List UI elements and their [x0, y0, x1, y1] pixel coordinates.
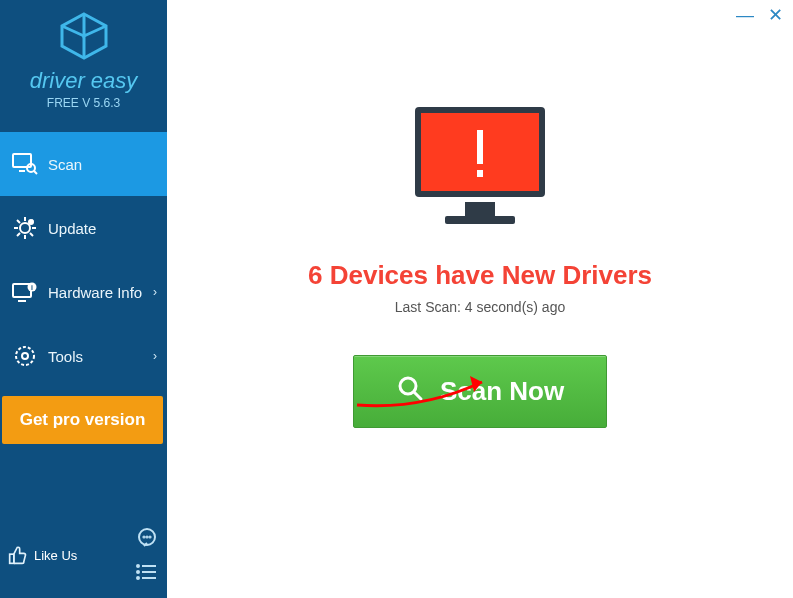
scan-now-label: Scan Now	[440, 376, 564, 407]
sidebar-bottom: Like Us	[0, 516, 167, 598]
svg-point-15	[28, 219, 34, 225]
minimize-button[interactable]: —	[736, 8, 754, 22]
svg-point-26	[149, 536, 150, 537]
hardware-info-icon: i	[12, 279, 38, 305]
svg-text:i: i	[31, 284, 33, 291]
feedback-icon[interactable]	[135, 526, 159, 550]
headline-text: 6 Devices have New Drivers	[308, 260, 652, 291]
window-controls: — ✕	[736, 8, 783, 22]
scan-now-button[interactable]: Scan Now	[353, 355, 607, 428]
sidebar-item-label: Scan	[48, 156, 82, 173]
thumbs-up-icon	[8, 545, 28, 565]
main-content: — ✕ 6 Devices have New Drivers Last Scan…	[167, 0, 793, 598]
svg-rect-38	[477, 170, 483, 177]
close-button[interactable]: ✕	[768, 8, 783, 22]
svg-line-11	[17, 220, 20, 223]
get-pro-button[interactable]: Get pro version	[2, 396, 163, 444]
svg-point-21	[22, 353, 28, 359]
menu-list-icon[interactable]	[135, 560, 159, 584]
like-us-label: Like Us	[34, 548, 77, 563]
sidebar-item-label: Hardware Info	[48, 284, 142, 301]
svg-line-12	[30, 233, 33, 236]
logo-area: driver easy FREE V 5.6.3	[0, 0, 167, 116]
svg-rect-22	[10, 554, 14, 563]
sidebar-item-scan[interactable]: Scan	[0, 132, 167, 196]
logo-icon	[56, 12, 112, 60]
svg-line-5	[34, 171, 37, 174]
chevron-right-icon: ›	[153, 285, 157, 299]
like-us-button[interactable]: Like Us	[8, 545, 77, 565]
tools-icon	[12, 343, 38, 369]
svg-line-40	[414, 392, 421, 399]
version-label: FREE V 5.6.3	[0, 96, 167, 110]
alert-monitor-graphic	[405, 102, 555, 236]
gear-update-icon	[12, 215, 38, 241]
chevron-right-icon: ›	[153, 349, 157, 363]
svg-rect-35	[465, 202, 495, 216]
svg-point-32	[137, 577, 139, 579]
sidebar-item-label: Update	[48, 220, 96, 237]
monitor-scan-icon	[12, 151, 38, 177]
sidebar-item-update[interactable]: Update	[0, 196, 167, 260]
sidebar-item-tools[interactable]: Tools ›	[0, 324, 167, 388]
last-scan-text: Last Scan: 4 second(s) ago	[395, 299, 565, 315]
svg-point-25	[146, 536, 147, 537]
svg-point-6	[20, 223, 30, 233]
brand-name: driver easy	[0, 68, 167, 94]
sidebar-item-hardware-info[interactable]: i Hardware Info ›	[0, 260, 167, 324]
svg-line-13	[17, 233, 20, 236]
svg-point-30	[137, 571, 139, 573]
svg-rect-36	[445, 216, 515, 224]
svg-rect-37	[477, 130, 483, 164]
app-window: driver easy FREE V 5.6.3 Scan	[0, 0, 793, 598]
sidebar: driver easy FREE V 5.6.3 Scan	[0, 0, 167, 598]
search-icon	[396, 374, 424, 409]
svg-point-24	[143, 536, 144, 537]
svg-point-28	[137, 565, 139, 567]
nav: Scan Update	[0, 132, 167, 388]
svg-point-20	[16, 347, 34, 365]
sidebar-item-label: Tools	[48, 348, 83, 365]
